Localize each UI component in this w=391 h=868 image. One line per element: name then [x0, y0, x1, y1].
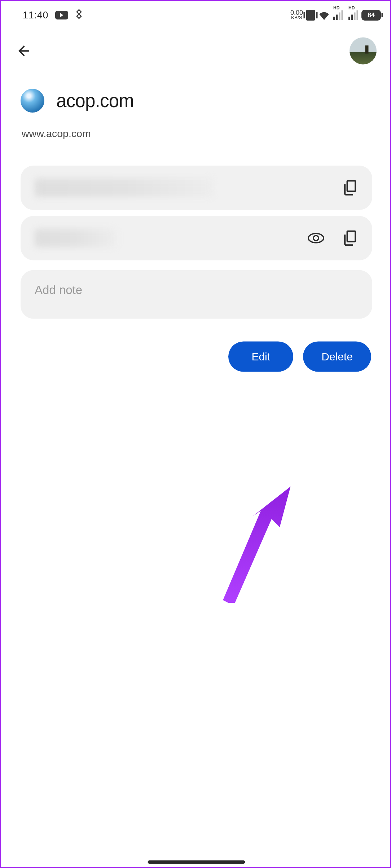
site-url: www.acop.com: [21, 128, 372, 140]
annotation-arrow: [215, 484, 302, 603]
copy-username-button[interactable]: [341, 179, 358, 197]
copy-password-button[interactable]: [341, 229, 358, 247]
signal-2: HD: [348, 10, 358, 20]
username-field[interactable]: [21, 166, 372, 210]
vibrate-icon: [306, 10, 315, 21]
youtube-icon: [55, 11, 68, 19]
main-content: acop.com www.acop.com: [1, 73, 391, 372]
nav-handle[interactable]: [148, 860, 245, 864]
svg-point-1: [308, 233, 324, 242]
wifi-icon: [318, 9, 330, 21]
site-header: acop.com: [21, 89, 372, 113]
svg-rect-3: [347, 231, 356, 242]
svg-point-2: [313, 236, 318, 241]
password-value-redacted: [35, 229, 116, 247]
data-rate: 0.00 KB/S: [290, 10, 303, 20]
signal-1: HD: [333, 10, 343, 20]
svg-rect-0: [347, 181, 356, 191]
back-button[interactable]: [14, 41, 34, 61]
delete-button[interactable]: Delete: [303, 342, 371, 372]
fit-icon: [74, 8, 83, 22]
app-bar: [1, 29, 391, 73]
status-bar: 11:40 0.00 KB/S HD HD: [1, 1, 391, 29]
status-clock: 11:40: [23, 9, 48, 21]
show-password-button[interactable]: [307, 229, 325, 247]
button-row: Edit Delete: [21, 342, 372, 372]
site-name: acop.com: [56, 90, 134, 111]
profile-avatar[interactable]: [350, 38, 377, 65]
password-field[interactable]: [21, 216, 372, 260]
note-placeholder: Add note: [35, 283, 82, 297]
username-value-redacted: [35, 179, 213, 197]
edit-button[interactable]: Edit: [228, 342, 293, 372]
svg-marker-4: [223, 487, 291, 603]
note-field[interactable]: Add note: [21, 270, 372, 319]
battery-indicator: 84: [361, 10, 381, 21]
site-favicon: [21, 89, 44, 113]
